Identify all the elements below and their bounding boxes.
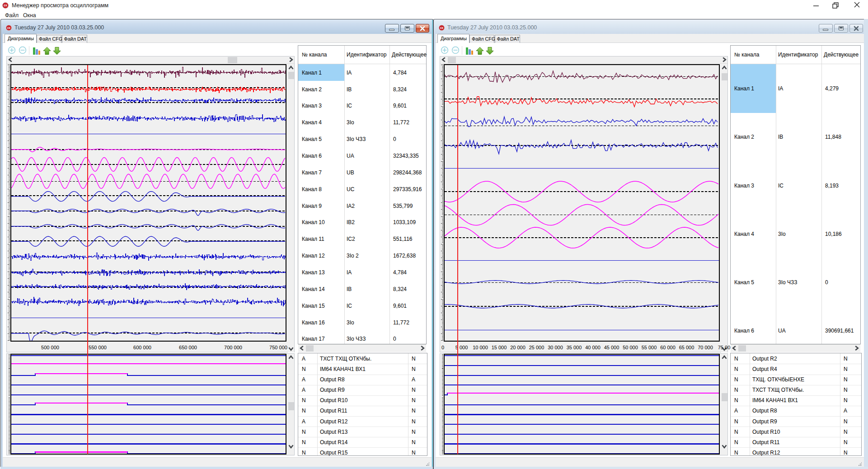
svg-text:cx: cx <box>7 26 11 29</box>
svg-text:cx: cx <box>440 26 444 29</box>
svg-text:cx: cx <box>4 4 7 7</box>
